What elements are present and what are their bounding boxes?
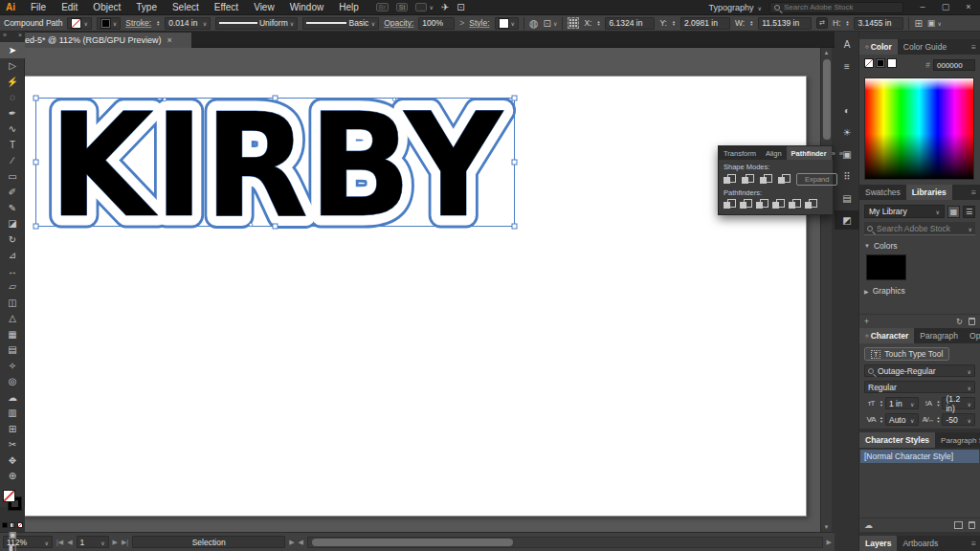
curvature-tool[interactable]: ∿ [0,121,25,138]
selection-tool[interactable]: ➤ [0,42,25,58]
panel-menu-icon[interactable]: ≡ [839,149,843,158]
free-transform-tool[interactable]: ▱ [0,279,25,296]
tracking-select[interactable]: -50 [942,413,975,426]
panel-close-icon[interactable]: × [18,32,22,42]
bridge-icon[interactable]: Br [376,3,389,11]
workspace-switcher[interactable]: Typography [709,3,762,12]
tab-character-styles[interactable]: Character Styles [859,432,935,448]
crop-icon[interactable] [772,199,785,209]
x-stepper[interactable] [596,20,600,26]
fill-swatch-none[interactable] [3,490,15,502]
library-select[interactable]: My Library [864,205,945,218]
tab-align[interactable]: Align [761,146,787,160]
artwork-text[interactable]: KIRBY [49,88,504,233]
width-tool[interactable]: ↔ [0,263,25,279]
grid-view-icon[interactable]: ▦ [947,206,960,218]
last-artboard-icon[interactable]: ▶| [122,539,128,546]
fill-stroke-indicator[interactable] [0,488,25,520]
font-size-select[interactable]: 1 in [885,397,919,409]
none-swatch[interactable] [864,58,874,68]
h-field[interactable]: 3.1455 in [854,17,903,30]
menu-item[interactable]: Effect [207,2,246,12]
tab-color[interactable]: ○ Color [859,39,898,55]
type-tool[interactable]: T [0,137,25,153]
leading-stepper[interactable] [937,400,941,406]
vertical-scrollbar[interactable]: ▲ ▼ [820,48,832,532]
rectangle-tool[interactable]: ▭ [0,168,25,185]
trim-icon[interactable] [740,199,752,209]
status-display[interactable]: Selection [132,536,285,548]
blend-tool[interactable]: ◎ [0,374,25,390]
pen-tool[interactable]: ✒ [0,105,25,121]
none-mode-icon[interactable] [17,522,23,528]
tab-paragraph[interactable]: Paragraph [914,328,964,343]
style-select[interactable] [495,17,519,30]
tab-paragraph-styles[interactable]: Paragraph Styles [935,432,980,448]
y-stepper[interactable] [672,20,676,26]
artboards-panel-icon[interactable]: ▤ [835,188,859,208]
glyphs-panel-icon[interactable]: A [835,34,859,54]
select-similar-control[interactable]: ⊡ [544,18,558,29]
black-swatch[interactable] [876,58,885,68]
tab-pathfinder[interactable]: Pathfinder [787,146,832,160]
panel-menu-icon[interactable]: ≡ [971,185,980,200]
kerning-select[interactable]: Auto [885,413,919,426]
tab-swatches[interactable]: Swatches [859,185,906,200]
pencil-tool[interactable]: ✎ [0,200,25,216]
document-tab[interactable]: ed-5* @ 112% (RGB/GPU Preview) × [0,33,191,48]
minimize-button[interactable]: – [911,0,934,14]
horizontal-scroll-thumb[interactable] [312,539,513,546]
paintbrush-tool[interactable]: ✐ [0,185,25,201]
divide-icon[interactable] [724,199,736,209]
stroke-color-control[interactable] [97,17,121,30]
panel-collapse-icon[interactable]: » [832,149,835,158]
opacity-field[interactable]: 100% [418,17,455,30]
canvas-area[interactable]: KIRBY KIRBY KIRBY [25,48,820,532]
graphics-section-header[interactable]: ▶ Graphics [864,286,975,296]
normal-character-style-row[interactable]: [Normal Character Style] [860,450,979,463]
merge-icon[interactable] [756,199,768,209]
kirby-artwork[interactable]: KIRBY KIRBY KIRBY [31,88,521,233]
minus-front-icon[interactable] [742,174,754,185]
paragraph-panel-icon[interactable]: ≡ [835,56,859,76]
menu-item[interactable]: Select [165,2,207,12]
next-artboard-icon[interactable]: ▶ [113,539,118,546]
gradient-tool[interactable]: ▤ [0,342,25,359]
library-color-swatch[interactable] [866,254,906,280]
leading-select[interactable]: (1.2 in) [942,397,975,409]
menu-item[interactable]: View [246,2,282,12]
artboard-number-select[interactable]: 1 [77,536,109,548]
stock-search-input[interactable]: Search Adobe Stock [769,2,903,13]
y-field[interactable]: 2.0981 in [680,17,730,30]
colors-section-header[interactable]: ▼ Colors [864,241,975,251]
screen-mode-button[interactable]: ◧ [0,541,25,551]
rotate-tool[interactable]: ↻ [0,231,25,248]
stroke-weight-field[interactable]: 0.014 in [165,17,211,30]
gradient-mode-icon[interactable] [10,522,15,528]
sync-icon[interactable]: ↻ [956,317,963,326]
unite-icon[interactable] [724,174,736,185]
vertical-scroll-thumb[interactable] [823,59,831,140]
opacity-label[interactable]: Opacity: [384,18,413,28]
intersect-icon[interactable] [760,174,772,185]
w-stepper[interactable] [749,20,753,26]
mesh-tool[interactable]: ▦ [0,326,25,342]
stroke-label[interactable]: Stroke: [125,18,151,28]
anchor-point[interactable] [163,98,167,101]
menu-item[interactable]: Type [128,2,165,12]
menu-item[interactable]: Object [85,2,128,12]
appearance-panel-icon[interactable]: ☀ [835,122,859,142]
restore-button[interactable]: ▢ [934,0,957,14]
menu-item[interactable]: Edit [54,2,85,12]
align-options-icon[interactable]: ⊞ [914,18,922,29]
first-artboard-icon[interactable]: |◀ [56,539,63,546]
opacity-panel-arrow[interactable]: > [459,18,464,28]
tab-opentype[interactable]: OpenType [964,328,980,343]
font-family-input[interactable]: Outage-Regular [864,364,975,377]
minus-back-icon[interactable] [805,199,817,209]
recolor-artwork-icon[interactable]: ◍ [529,17,539,30]
scroll-up-icon[interactable]: ▲ [821,50,832,55]
stock-icon[interactable]: St [396,3,409,11]
horizontal-scrollbar[interactable] [307,537,823,548]
add-library-item-icon[interactable]: + [864,317,869,326]
